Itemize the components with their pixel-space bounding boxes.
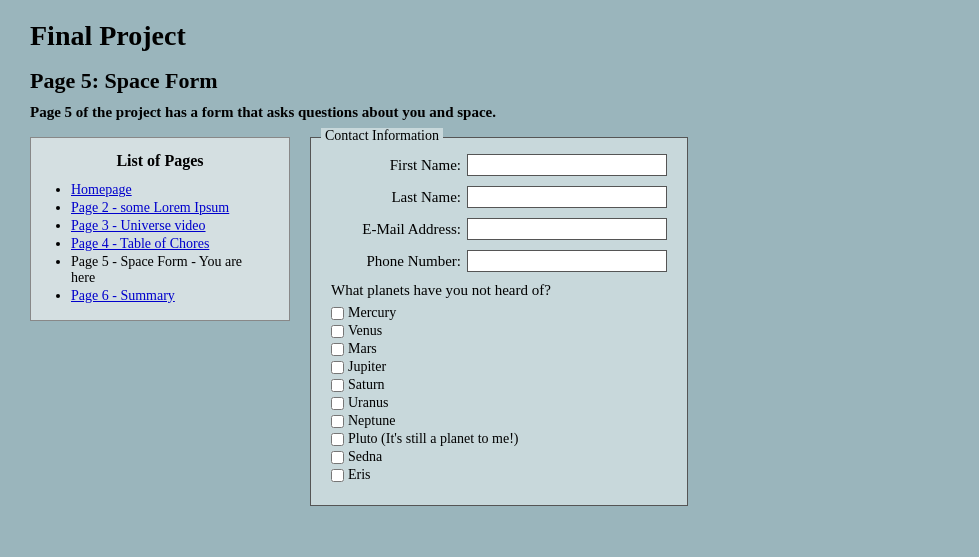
sidebar-link-page2[interactable]: Page 2 - some Lorem Ipsum xyxy=(71,200,229,215)
planet-saturn: Saturn xyxy=(331,377,667,393)
last-name-row: Last Name: xyxy=(331,186,667,208)
sidebar-list: Homepage Page 2 - some Lorem Ipsum Page … xyxy=(51,182,269,304)
checkbox-saturn[interactable] xyxy=(331,379,344,392)
planet-label-neptune: Neptune xyxy=(348,413,395,429)
main-title: Final Project xyxy=(30,20,949,52)
checkbox-mercury[interactable] xyxy=(331,307,344,320)
planet-mercury: Mercury xyxy=(331,305,667,321)
last-name-input[interactable] xyxy=(467,186,667,208)
planet-label-mars: Mars xyxy=(348,341,377,357)
list-item: Page 6 - Summary xyxy=(71,288,269,304)
phone-input[interactable] xyxy=(467,250,667,272)
planet-label-saturn: Saturn xyxy=(348,377,385,393)
planets-question: What planets have you not heard of? xyxy=(331,282,667,299)
form-container: Contact Information First Name: Last Nam… xyxy=(310,137,688,506)
content-area: List of Pages Homepage Page 2 - some Lor… xyxy=(30,137,949,506)
planet-jupiter: Jupiter xyxy=(331,359,667,375)
planet-label-eris: Eris xyxy=(348,467,371,483)
planet-neptune: Neptune xyxy=(331,413,667,429)
sidebar-link-page4[interactable]: Page 4 - Table of Chores xyxy=(71,236,209,251)
planet-label-pluto: Pluto (It's still a planet to me!) xyxy=(348,431,519,447)
page-description: Page 5 of the project has a form that as… xyxy=(30,104,949,121)
form-legend: Contact Information xyxy=(321,128,443,144)
sidebar-heading: List of Pages xyxy=(51,152,269,170)
checkbox-sedna[interactable] xyxy=(331,451,344,464)
checkbox-jupiter[interactable] xyxy=(331,361,344,374)
list-item: Homepage xyxy=(71,182,269,198)
first-name-input[interactable] xyxy=(467,154,667,176)
first-name-label: First Name: xyxy=(331,157,461,174)
planet-venus: Venus xyxy=(331,323,667,339)
phone-row: Phone Number: xyxy=(331,250,667,272)
checkbox-uranus[interactable] xyxy=(331,397,344,410)
checkbox-mars[interactable] xyxy=(331,343,344,356)
checkbox-pluto[interactable] xyxy=(331,433,344,446)
email-input[interactable] xyxy=(467,218,667,240)
planet-label-sedna: Sedna xyxy=(348,449,382,465)
checkbox-eris[interactable] xyxy=(331,469,344,482)
planet-eris: Eris xyxy=(331,467,667,483)
planet-label-mercury: Mercury xyxy=(348,305,396,321)
checkbox-venus[interactable] xyxy=(331,325,344,338)
sidebar-link-page6[interactable]: Page 6 - Summary xyxy=(71,288,175,303)
list-item-current: Page 5 - Space Form - You are here xyxy=(71,254,269,286)
planet-mars: Mars xyxy=(331,341,667,357)
sidebar-link-homepage[interactable]: Homepage xyxy=(71,182,132,197)
first-name-row: First Name: xyxy=(331,154,667,176)
list-item: Page 2 - some Lorem Ipsum xyxy=(71,200,269,216)
last-name-label: Last Name: xyxy=(331,189,461,206)
planet-sedna: Sedna xyxy=(331,449,667,465)
page-title: Page 5: Space Form xyxy=(30,68,949,94)
planets-section: What planets have you not heard of? Merc… xyxy=(331,282,667,483)
phone-label: Phone Number: xyxy=(331,253,461,270)
email-row: E-Mail Address: xyxy=(331,218,667,240)
planet-label-jupiter: Jupiter xyxy=(348,359,386,375)
planet-uranus: Uranus xyxy=(331,395,667,411)
planet-label-uranus: Uranus xyxy=(348,395,388,411)
sidebar: List of Pages Homepage Page 2 - some Lor… xyxy=(30,137,290,321)
checkbox-neptune[interactable] xyxy=(331,415,344,428)
planet-pluto: Pluto (It's still a planet to me!) xyxy=(331,431,667,447)
email-label: E-Mail Address: xyxy=(331,221,461,238)
list-item: Page 3 - Universe video xyxy=(71,218,269,234)
planet-label-venus: Venus xyxy=(348,323,382,339)
sidebar-link-page3[interactable]: Page 3 - Universe video xyxy=(71,218,206,233)
list-item: Page 4 - Table of Chores xyxy=(71,236,269,252)
